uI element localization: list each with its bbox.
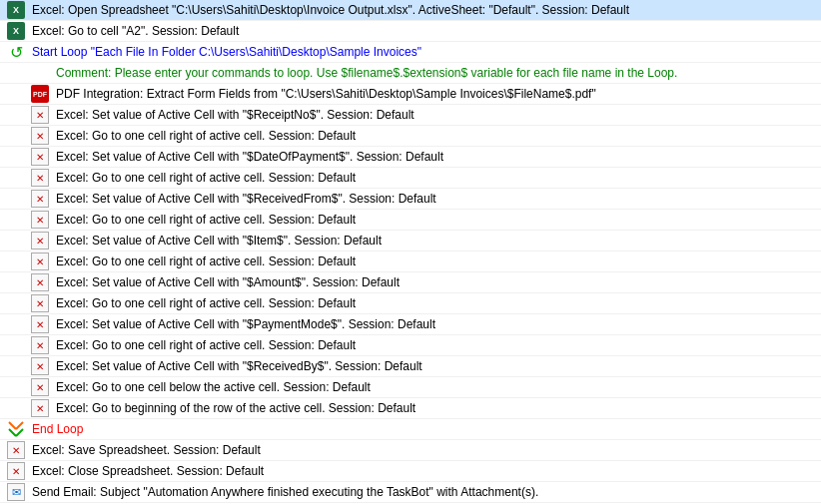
task-text: Excel: Go to cell "A2". Session: Default xyxy=(32,24,817,38)
x-icon: ✕ xyxy=(28,399,52,417)
task-row[interactable]: ✕Excel: Go to one cell right of active c… xyxy=(0,168,821,189)
task-text: PDF Integration: Extract Form Fields fro… xyxy=(56,87,817,101)
none-icon xyxy=(28,64,52,82)
task-row[interactable]: ✉Send Email: Subject "Automation Anywher… xyxy=(0,482,821,503)
task-text: Excel: Go to one cell right of active ce… xyxy=(56,296,817,310)
task-row[interactable]: ✕Excel: Set value of Active Cell with "$… xyxy=(0,314,821,335)
task-row[interactable]: ✕Excel: Set value of Active Cell with "$… xyxy=(0,189,821,210)
task-row[interactable]: ✕Excel: Go to one cell right of active c… xyxy=(0,126,821,147)
task-text: Excel: Close Spreadsheet. Session: Defau… xyxy=(32,464,817,478)
x-icon: ✕ xyxy=(4,462,28,480)
task-text: Excel: Set value of Active Cell with "$D… xyxy=(56,150,817,164)
x-icon: ✕ xyxy=(28,169,52,187)
task-row[interactable]: Comment: Please enter your commands to l… xyxy=(0,63,821,84)
task-text: Excel: Set value of Active Cell with "$R… xyxy=(56,359,817,373)
task-text: Send Email: Subject "Automation Anywhere… xyxy=(32,485,817,499)
task-text: Excel: Save Spreadsheet. Session: Defaul… xyxy=(32,443,817,457)
task-row[interactable]: ✕Excel: Set value of Active Cell with "$… xyxy=(0,272,821,293)
task-text: Excel: Set value of Active Cell with "$R… xyxy=(56,108,817,122)
email-icon: ✉ xyxy=(4,483,28,501)
task-row[interactable]: XExcel: Open Spreadsheet "C:\Users\Sahit… xyxy=(0,0,821,21)
task-row[interactable]: ✕Excel: Save Spreadsheet. Session: Defau… xyxy=(0,440,821,461)
excel-icon: X xyxy=(4,22,28,40)
svg-line-3 xyxy=(16,429,23,436)
task-text: Excel: Go to one cell right of active ce… xyxy=(56,254,817,268)
task-row[interactable]: ✕Excel: Go to one cell right of active c… xyxy=(0,252,821,272)
task-row[interactable]: End Loop xyxy=(0,419,821,440)
task-row[interactable]: ✕Excel: Go to one cell right of active c… xyxy=(0,293,821,314)
x-icon: ✕ xyxy=(28,273,52,291)
task-text: Excel: Go to one cell right of active ce… xyxy=(56,129,817,143)
task-text: Excel: Go to beginning of the row of the… xyxy=(56,401,817,415)
svg-line-1 xyxy=(16,422,23,429)
loop-end-icon xyxy=(4,420,28,438)
x-icon: ✕ xyxy=(28,294,52,312)
svg-line-0 xyxy=(9,422,16,429)
task-row[interactable]: ✕Excel: Set value of Active Cell with "$… xyxy=(0,356,821,377)
task-row[interactable]: ✕Excel: Set value of Active Cell with "$… xyxy=(0,105,821,126)
task-row[interactable]: ↺Start Loop "Each File In Folder C:\User… xyxy=(0,42,821,63)
pdf-icon: PDF xyxy=(28,85,52,103)
task-text: Excel: Open Spreadsheet "C:\Users\Sahiti… xyxy=(32,3,817,17)
task-text: Comment: Please enter your commands to l… xyxy=(56,66,817,80)
task-row[interactable]: ✕Excel: Set value of Active Cell with "$… xyxy=(0,147,821,168)
x-icon: ✕ xyxy=(28,106,52,124)
task-list: XExcel: Open Spreadsheet "C:\Users\Sahit… xyxy=(0,0,821,503)
x-icon: ✕ xyxy=(28,357,52,375)
x-icon: ✕ xyxy=(28,315,52,333)
loop-start-icon: ↺ xyxy=(4,43,28,61)
task-text: Excel: Go to one cell below the active c… xyxy=(56,380,817,394)
svg-line-2 xyxy=(9,429,16,436)
task-row[interactable]: XExcel: Go to cell "A2". Session: Defaul… xyxy=(0,21,821,42)
task-text: Excel: Go to one cell right of active ce… xyxy=(56,338,817,352)
task-row[interactable]: ✕Excel: Close Spreadsheet. Session: Defa… xyxy=(0,461,821,482)
task-text: Excel: Go to one cell right of active ce… xyxy=(56,213,817,227)
task-row[interactable]: ✕Excel: Go to one cell right of active c… xyxy=(0,335,821,356)
task-row[interactable]: ✕Excel: Go to beginning of the row of th… xyxy=(0,398,821,419)
task-text: Excel: Set value of Active Cell with "$I… xyxy=(56,234,817,248)
task-text: Excel: Set value of Active Cell with "$P… xyxy=(56,317,817,331)
task-text: Start Loop "Each File In Folder C:\Users… xyxy=(32,45,817,59)
x-icon: ✕ xyxy=(4,441,28,459)
x-icon: ✕ xyxy=(28,336,52,354)
task-row[interactable]: ✕Excel: Go to one cell right of active c… xyxy=(0,210,821,231)
task-row[interactable]: PDFPDF Integration: Extract Form Fields … xyxy=(0,84,821,105)
excel-icon: X xyxy=(4,1,28,19)
task-text: Excel: Go to one cell right of active ce… xyxy=(56,171,817,185)
x-icon: ✕ xyxy=(28,378,52,396)
task-text: Excel: Set value of Active Cell with "$R… xyxy=(56,192,817,206)
task-text: End Loop xyxy=(32,422,817,436)
x-icon: ✕ xyxy=(28,148,52,166)
task-text: Excel: Set value of Active Cell with "$A… xyxy=(56,275,817,289)
x-icon: ✕ xyxy=(28,252,52,270)
x-icon: ✕ xyxy=(28,232,52,250)
x-icon: ✕ xyxy=(28,211,52,229)
x-icon: ✕ xyxy=(28,190,52,208)
task-row[interactable]: ✕Excel: Go to one cell below the active … xyxy=(0,377,821,398)
x-icon: ✕ xyxy=(28,127,52,145)
task-row[interactable]: ✕Excel: Set value of Active Cell with "$… xyxy=(0,231,821,252)
